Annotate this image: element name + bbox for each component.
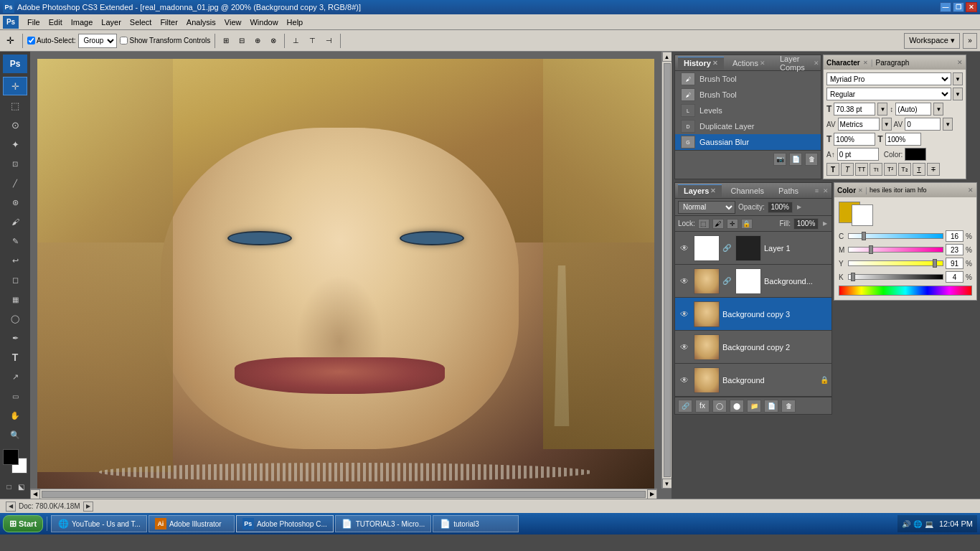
bg-color-swatch-panel[interactable] [852,204,873,226]
auto-select-checkbox[interactable] [27,37,35,44]
workspace-btn[interactable]: Workspace ▾ [904,33,960,49]
transform-tool-4[interactable]: ⊗ [267,33,280,49]
clone-stamp-icon[interactable]: ✎ [3,232,27,250]
quickmask-mode-icon[interactable]: ⬕ [16,477,27,496]
tab-history[interactable]: History ✕ [678,57,724,70]
scroll-left-btn[interactable]: ◀ [30,489,40,499]
color-spectrum-bar[interactable] [839,286,972,296]
menu-window[interactable]: Window [245,17,282,28]
status-arrow-right[interactable]: ▶ [83,501,93,512]
dodge-tool-icon[interactable]: ◯ [3,309,27,328]
tab-iam[interactable]: iam [905,187,916,194]
font-arrow[interactable]: ▼ [953,72,963,85]
tab-layer-comps[interactable]: Layer Comps [774,57,811,70]
sup-btn[interactable]: T² [884,163,897,176]
tab-hfo[interactable]: hfo [918,187,927,194]
layer1-visibility[interactable]: 👁 [678,242,691,255]
layer-item-background-dots[interactable]: 👁 🔗 Background... [675,265,831,298]
color-tab-x[interactable]: ✕ [858,187,863,194]
layers-panel-close[interactable]: ✕ [823,187,829,194]
k-thumb[interactable] [851,273,855,281]
lock-position-btn[interactable]: ✛ [727,219,738,229]
tracking-select[interactable]: Metrics [838,118,880,131]
scroll-thumb-v[interactable] [664,63,671,477]
align-tool-2[interactable]: ⊤ [306,33,319,49]
tray-icon-2[interactable]: 🌐 [913,520,922,528]
bg-copy2-visibility[interactable]: 👁 [678,341,691,354]
scroll-thumb-h[interactable] [42,491,646,498]
opacity-input[interactable] [768,202,793,213]
tab-color[interactable]: Color [837,187,856,194]
scale-v-input[interactable]: 100% [834,133,875,146]
scale-h-input[interactable]: 100% [885,133,921,146]
font-size-arrow[interactable]: ▼ [877,103,887,116]
transform-tool-3[interactable]: ⊕ [251,33,264,49]
small-caps-btn[interactable]: Tt [870,163,882,176]
font-size-input[interactable]: 70.38 pt [834,103,875,116]
font-family-select[interactable]: Myriad Pro [826,72,951,85]
extra-panel-btn[interactable]: » [963,33,977,49]
history-item-4[interactable]: D Duplicate Layer [675,118,821,134]
history-new-snapshot-btn[interactable]: 📷 [773,153,786,166]
tab-hes[interactable]: hes [870,187,880,194]
leading-input[interactable]: (Auto) [895,103,931,116]
c-thumb[interactable] [862,232,866,240]
crop-tool-icon[interactable]: ⊡ [3,154,27,173]
tab-channels[interactable]: Channels [725,184,769,197]
font-style-select[interactable]: Regular [826,88,951,100]
foreground-color-swatch[interactable] [3,449,19,465]
magic-wand-icon[interactable]: ✦ [3,135,27,154]
italic-btn[interactable]: T [841,163,854,176]
hand-tool-icon[interactable]: ✋ [3,406,27,425]
menu-layer[interactable]: Layer [97,17,126,28]
lock-all-btn[interactable]: 🔒 [741,219,753,229]
history-panel-close[interactable]: ✕ [814,60,819,67]
marquee-tool-icon[interactable]: ⬚ [3,96,27,115]
transform-tool-1[interactable]: ⊞ [220,33,232,49]
scroll-down-btn[interactable]: ▼ [662,479,672,489]
tracking-arrow[interactable]: ▼ [882,118,892,131]
taskbar-item-youtube[interactable]: 🌐 YouTube - Us and T... [51,515,147,532]
minimize-btn[interactable]: — [940,2,951,12]
kerning-arrow[interactable]: ▼ [943,118,953,131]
layers-panel-menu[interactable]: ≡ [815,187,819,194]
taskbar-item-illustrator[interactable]: Ai Adobe Illustrator [149,515,235,532]
layer-item-bg-copy2[interactable]: 👁 Background copy 2 [675,331,831,364]
layer-item-layer1[interactable]: 👁 🔗 Layer 1 [675,232,831,265]
standard-mode-icon[interactable]: □ [4,477,14,496]
scroll-up-btn[interactable]: ▲ [662,52,672,62]
color-swatch-char[interactable] [905,148,926,161]
pen-tool-icon[interactable]: ✒ [3,329,27,347]
shape-tool-icon[interactable]: ▭ [3,387,27,405]
history-item-1[interactable]: 🖌 Brush Tool [675,71,821,87]
fx-btn[interactable]: fx [695,400,710,413]
gradient-tool-icon[interactable]: ▦ [3,290,27,309]
menu-view[interactable]: View [220,17,246,28]
fill-input[interactable] [793,218,819,230]
m-thumb[interactable] [869,245,873,254]
history-new-state-btn[interactable]: 📄 [789,153,802,166]
tab-layers[interactable]: Layers ✕ [678,184,722,197]
tab-paths[interactable]: Paths [773,184,804,197]
kerning-input[interactable]: 0 [905,118,941,131]
c-track[interactable] [848,233,943,239]
taskbar-item-photoshop[interactable]: Ps Adobe Photoshop C... [236,515,334,532]
menu-analysis[interactable]: Analysis [182,17,220,28]
bg-visibility[interactable]: 👁 [678,374,691,387]
history-item-2[interactable]: 🖌 Brush Tool [675,87,821,103]
y-track[interactable] [848,260,943,266]
baseline-input[interactable]: 0 pt [837,148,879,161]
leading-arrow[interactable]: ▼ [933,103,943,116]
taskbar-item-tutorial3[interactable]: 📄 TUTORIAL3 - Micro... [335,515,432,532]
move-tool-btn[interactable]: ✛ [3,33,18,49]
move-tool-icon[interactable]: ✛ [3,77,27,95]
bg-dots-visibility[interactable]: 👁 [678,275,691,288]
history-delete-btn[interactable]: 🗑 [805,153,818,166]
healing-brush-icon[interactable]: ⊛ [3,193,27,212]
char-tab-x[interactable]: ✕ [863,60,868,66]
layer-item-background[interactable]: 👁 Background 🔒 [675,364,831,397]
k-track[interactable] [848,274,943,280]
opacity-arrow[interactable]: ▶ [796,202,803,213]
menu-file[interactable]: File [23,17,44,28]
caps-btn[interactable]: TT [855,163,868,176]
